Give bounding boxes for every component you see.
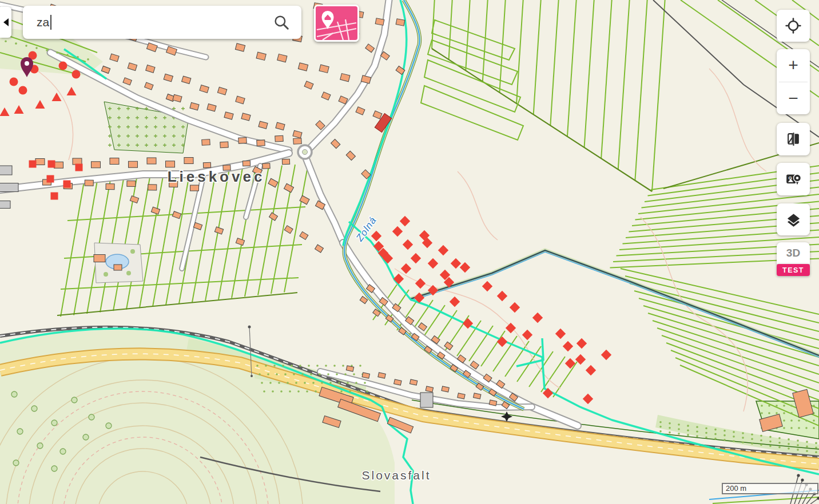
search-input[interactable]: za (23, 6, 301, 39)
locate-me-button[interactable] (777, 10, 810, 42)
map-scale-bar: 200 m (722, 483, 818, 494)
place-label: Lieskovec (168, 168, 265, 185)
map-canvas[interactable]: LieskovecSlovasfaltZolná (0, 0, 819, 504)
marker-circle[interactable] (10, 78, 18, 86)
marker-square[interactable] (63, 181, 71, 188)
marker-pin-hole (25, 61, 29, 66)
marker-square[interactable] (47, 175, 54, 183)
search-query-text: za (37, 15, 49, 29)
search-icon (273, 14, 290, 31)
collapse-left-icon (3, 18, 9, 26)
place-label: Slovasfalt (361, 469, 431, 482)
map-application: LieskovecSlovasfaltZolná za (0, 0, 819, 504)
test-badge: TEST (777, 264, 810, 276)
marker-circle[interactable] (59, 62, 67, 70)
zoom-control: + − (777, 49, 810, 114)
google-maps-photo-pin-icon: G (785, 171, 801, 187)
compare-icon (786, 131, 801, 147)
map-decor (0, 0, 819, 504)
layers-button[interactable] (777, 203, 810, 235)
svg-text:G: G (788, 175, 792, 180)
marker-square[interactable] (75, 164, 83, 171)
marker-square[interactable] (51, 193, 58, 200)
basemap-pin-icon (316, 6, 357, 40)
compare-maps-button[interactable] (777, 123, 810, 155)
marker-circle[interactable] (19, 86, 27, 95)
zoom-in-button[interactable]: + (777, 49, 810, 82)
marker-circle[interactable] (72, 70, 81, 79)
basemap-thumbnail-button[interactable] (314, 5, 359, 42)
zoom-out-button[interactable]: − (777, 82, 810, 115)
text-caret (50, 15, 51, 30)
three-d-button[interactable]: 3D (777, 242, 810, 264)
crosshair-icon (785, 18, 801, 34)
layers-icon (786, 212, 801, 227)
sidebar-collapse-button[interactable] (0, 7, 11, 38)
marker-square[interactable] (29, 161, 37, 168)
street-view-button[interactable]: G (777, 163, 810, 195)
search-button[interactable] (272, 13, 291, 32)
marker-square[interactable] (48, 161, 55, 168)
